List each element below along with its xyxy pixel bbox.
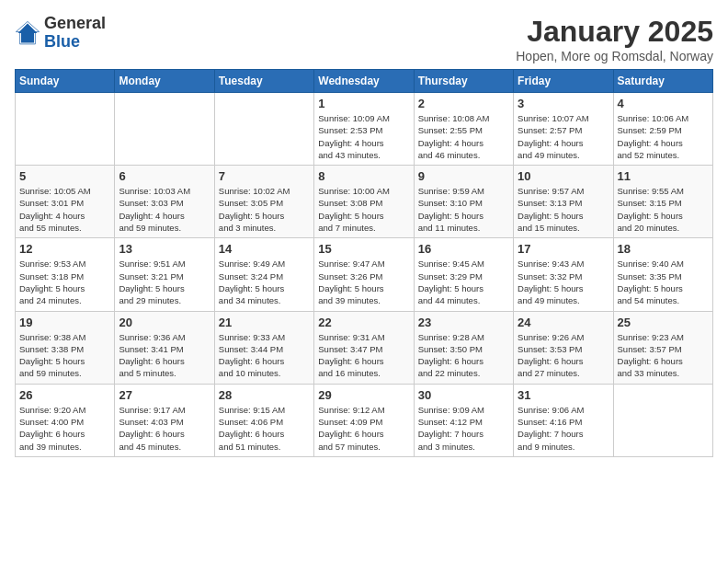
day-number: 15 [318, 242, 409, 256]
header-sunday: Sunday [16, 70, 115, 93]
day-number: 14 [219, 242, 310, 256]
day-number: 23 [418, 316, 509, 329]
day-cell: 19Sunrise: 9:38 AM Sunset: 3:38 PM Dayli… [16, 311, 115, 384]
day-cell: 12Sunrise: 9:53 AM Sunset: 3:18 PM Dayli… [16, 238, 115, 311]
day-info: Sunrise: 10:07 AM Sunset: 2:57 PM Daylig… [518, 112, 609, 161]
title-block: January 2025 Hopen, More og Romsdal, Nor… [516, 15, 713, 63]
day-info: Sunrise: 9:28 AM Sunset: 3:50 PM Dayligh… [418, 331, 509, 380]
day-cell: 29Sunrise: 9:12 AM Sunset: 4:09 PM Dayli… [314, 384, 414, 456]
day-cell: 3Sunrise: 10:07 AM Sunset: 2:57 PM Dayli… [514, 93, 613, 166]
day-number: 25 [618, 316, 709, 329]
day-number: 13 [119, 242, 210, 256]
day-info: Sunrise: 9:17 AM Sunset: 4:03 PM Dayligh… [119, 404, 210, 453]
day-number: 10 [518, 169, 609, 183]
day-info: Sunrise: 9:49 AM Sunset: 3:24 PM Dayligh… [219, 258, 310, 306]
day-info: Sunrise: 9:09 AM Sunset: 4:12 PM Dayligh… [418, 404, 509, 453]
day-info: Sunrise: 10:00 AM Sunset: 3:08 PM Daylig… [318, 185, 409, 234]
week-row-1: 1Sunrise: 10:09 AM Sunset: 2:53 PM Dayli… [16, 93, 713, 166]
day-info: Sunrise: 9:51 AM Sunset: 3:21 PM Dayligh… [119, 258, 210, 306]
day-number: 16 [418, 242, 509, 256]
day-number: 8 [318, 169, 409, 183]
header-friday: Friday [514, 70, 613, 93]
day-number: 2 [418, 97, 509, 110]
day-number: 5 [19, 169, 110, 183]
day-info: Sunrise: 9:26 AM Sunset: 3:53 PM Dayligh… [518, 331, 609, 380]
day-number: 22 [318, 316, 409, 329]
calendar-header-row: SundayMondayTuesdayWednesdayThursdayFrid… [16, 70, 713, 93]
day-info: Sunrise: 9:43 AM Sunset: 3:32 PM Dayligh… [518, 258, 609, 306]
day-cell: 10Sunrise: 9:57 AM Sunset: 3:13 PM Dayli… [514, 166, 613, 238]
day-info: Sunrise: 10:08 AM Sunset: 2:55 PM Daylig… [418, 112, 509, 161]
header-monday: Monday [115, 70, 214, 93]
day-number: 30 [418, 388, 509, 402]
day-cell: 7Sunrise: 10:02 AM Sunset: 3:05 PM Dayli… [214, 166, 313, 238]
day-cell [16, 93, 115, 166]
day-info: Sunrise: 9:15 AM Sunset: 4:06 PM Dayligh… [219, 404, 310, 453]
day-info: Sunrise: 9:55 AM Sunset: 3:15 PM Dayligh… [618, 185, 709, 234]
day-number: 19 [19, 316, 110, 329]
day-info: Sunrise: 9:31 AM Sunset: 3:47 PM Dayligh… [318, 331, 409, 380]
day-number: 9 [418, 169, 509, 183]
day-cell: 20Sunrise: 9:36 AM Sunset: 3:41 PM Dayli… [115, 311, 214, 384]
day-cell: 6Sunrise: 10:03 AM Sunset: 3:03 PM Dayli… [115, 166, 214, 238]
day-cell: 8Sunrise: 10:00 AM Sunset: 3:08 PM Dayli… [314, 166, 414, 238]
svg-marker-0 [18, 23, 38, 42]
day-cell: 13Sunrise: 9:51 AM Sunset: 3:21 PM Dayli… [115, 238, 214, 311]
logo-general-text: General [44, 14, 106, 32]
day-info: Sunrise: 9:40 AM Sunset: 3:35 PM Dayligh… [618, 258, 709, 306]
day-cell: 24Sunrise: 9:26 AM Sunset: 3:53 PM Dayli… [514, 311, 613, 384]
day-info: Sunrise: 10:02 AM Sunset: 3:05 PM Daylig… [219, 185, 310, 234]
day-cell: 30Sunrise: 9:09 AM Sunset: 4:12 PM Dayli… [414, 384, 513, 456]
day-cell: 26Sunrise: 9:20 AM Sunset: 4:00 PM Dayli… [16, 384, 115, 456]
day-info: Sunrise: 9:57 AM Sunset: 3:13 PM Dayligh… [518, 185, 609, 234]
day-number: 4 [618, 97, 709, 110]
day-number: 3 [518, 97, 609, 110]
header-saturday: Saturday [613, 70, 712, 93]
day-cell: 22Sunrise: 9:31 AM Sunset: 3:47 PM Dayli… [314, 311, 414, 384]
day-cell: 25Sunrise: 9:23 AM Sunset: 3:57 PM Dayli… [613, 311, 712, 384]
day-number: 28 [219, 388, 310, 402]
day-number: 26 [19, 388, 110, 402]
header-thursday: Thursday [414, 70, 513, 93]
day-info: Sunrise: 9:20 AM Sunset: 4:00 PM Dayligh… [19, 404, 110, 453]
day-cell: 4Sunrise: 10:06 AM Sunset: 2:59 PM Dayli… [613, 93, 712, 166]
calendar-table: SundayMondayTuesdayWednesdayThursdayFrid… [15, 69, 713, 457]
day-number: 21 [219, 316, 310, 329]
day-cell [115, 93, 214, 166]
day-cell: 1Sunrise: 10:09 AM Sunset: 2:53 PM Dayli… [314, 93, 414, 166]
header-wednesday: Wednesday [314, 70, 414, 93]
day-number: 24 [518, 316, 609, 329]
day-number: 7 [219, 169, 310, 183]
day-cell: 27Sunrise: 9:17 AM Sunset: 4:03 PM Dayli… [115, 384, 214, 456]
day-cell: 14Sunrise: 9:49 AM Sunset: 3:24 PM Dayli… [214, 238, 313, 311]
day-number: 11 [618, 169, 709, 183]
day-info: Sunrise: 10:03 AM Sunset: 3:03 PM Daylig… [119, 185, 210, 234]
day-number: 20 [119, 316, 210, 329]
day-cell: 28Sunrise: 9:15 AM Sunset: 4:06 PM Dayli… [214, 384, 313, 456]
logo: General Blue [15, 15, 106, 52]
day-info: Sunrise: 9:12 AM Sunset: 4:09 PM Dayligh… [318, 404, 409, 453]
logo-text: General Blue [44, 15, 106, 52]
day-info: Sunrise: 9:23 AM Sunset: 3:57 PM Dayligh… [618, 331, 709, 380]
day-number: 31 [518, 388, 609, 402]
day-cell: 15Sunrise: 9:47 AM Sunset: 3:26 PM Dayli… [314, 238, 414, 311]
day-info: Sunrise: 10:09 AM Sunset: 2:53 PM Daylig… [318, 112, 409, 161]
week-row-2: 5Sunrise: 10:05 AM Sunset: 3:01 PM Dayli… [16, 166, 713, 238]
week-row-4: 19Sunrise: 9:38 AM Sunset: 3:38 PM Dayli… [16, 311, 713, 384]
day-cell: 11Sunrise: 9:55 AM Sunset: 3:15 PM Dayli… [613, 166, 712, 238]
day-number: 29 [318, 388, 409, 402]
day-cell: 31Sunrise: 9:06 AM Sunset: 4:16 PM Dayli… [514, 384, 613, 456]
calendar-title: January 2025 [516, 15, 713, 49]
day-cell: 16Sunrise: 9:45 AM Sunset: 3:29 PM Dayli… [414, 238, 513, 311]
day-cell: 2Sunrise: 10:08 AM Sunset: 2:55 PM Dayli… [414, 93, 513, 166]
day-cell: 18Sunrise: 9:40 AM Sunset: 3:35 PM Dayli… [613, 238, 712, 311]
calendar-subtitle: Hopen, More og Romsdal, Norway [516, 49, 713, 63]
day-info: Sunrise: 10:05 AM Sunset: 3:01 PM Daylig… [19, 185, 110, 234]
day-info: Sunrise: 9:59 AM Sunset: 3:10 PM Dayligh… [418, 185, 509, 234]
day-info: Sunrise: 9:06 AM Sunset: 4:16 PM Dayligh… [518, 404, 609, 453]
day-cell: 17Sunrise: 9:43 AM Sunset: 3:32 PM Dayli… [514, 238, 613, 311]
day-info: Sunrise: 9:36 AM Sunset: 3:41 PM Dayligh… [119, 331, 210, 380]
day-number: 18 [618, 242, 709, 256]
day-info: Sunrise: 9:38 AM Sunset: 3:38 PM Dayligh… [19, 331, 110, 380]
day-cell [214, 93, 313, 166]
